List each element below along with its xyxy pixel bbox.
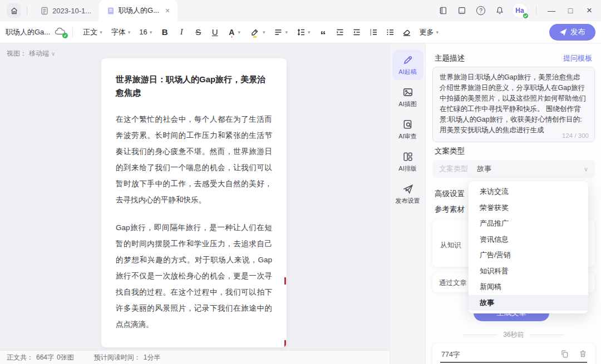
blockquote-button[interactable]: “ bbox=[315, 24, 332, 40]
rail-item-publish-settings[interactable]: 发布设置 bbox=[392, 179, 423, 209]
bold-button[interactable]: B bbox=[156, 24, 173, 40]
indent-decrease-button[interactable] bbox=[348, 24, 365, 40]
dropdown-option[interactable]: 广告/营销 bbox=[469, 247, 588, 263]
document-search-icon bbox=[402, 119, 413, 130]
paragraph[interactable]: 这些照片不仅记录了我们曾经到过的地方，更见证了我们的成长和变化。每一张照片都是一… bbox=[116, 344, 272, 347]
help-button[interactable]: ? bbox=[471, 2, 490, 19]
reference-material-label: 参考素材 bbox=[435, 205, 465, 215]
font-family-select[interactable]: 字体 ▾ bbox=[107, 24, 135, 40]
paper-plane-icon bbox=[559, 28, 567, 36]
copy-type-value: 故事 bbox=[477, 164, 491, 174]
view-mode-select[interactable]: 视图： 移动端 ∨ bbox=[7, 49, 55, 58]
more-label: 更多 bbox=[420, 27, 434, 37]
paragraph[interactable]: Gap旅行，即间隔年旅行，是一种让人们在短暂的时间内摆脱工作和学业压力，去追求自… bbox=[116, 220, 272, 332]
document-icon bbox=[107, 7, 115, 15]
underline-button[interactable]: U bbox=[206, 24, 223, 40]
align-button[interactable]: ▾ bbox=[269, 24, 292, 40]
rail-item-ai-layout[interactable]: AI排版 bbox=[392, 147, 423, 177]
journal-icon bbox=[439, 6, 447, 15]
rail-item-label: 发布设置 bbox=[396, 197, 420, 205]
verified-badge-icon bbox=[522, 12, 529, 19]
view-label: 视图： bbox=[7, 49, 27, 58]
minimize-button[interactable]: — bbox=[542, 2, 561, 19]
rail-item-ai-draft[interactable]: AI起稿 bbox=[392, 50, 423, 80]
tab-document-1[interactable]: 2023-10-1... bbox=[33, 0, 99, 21]
caret-down-icon: ▾ bbox=[238, 29, 240, 35]
dropdown-option[interactable]: 产品推广 bbox=[469, 216, 588, 232]
word-count-label: 正文共： bbox=[7, 353, 33, 362]
publish-button[interactable]: 发布 bbox=[549, 24, 595, 41]
question-template-link[interactable]: 提问模板 bbox=[563, 53, 592, 63]
dropdown-option[interactable]: 新闻稿 bbox=[469, 279, 588, 295]
editor-toolbar: 职场人的Ga... 正文 ▾ 字体 ▾ 16 ▾ B I S U A ▾ ▾ bbox=[0, 21, 601, 43]
caret-down-icon: ▾ bbox=[308, 29, 311, 35]
indent-increase-icon bbox=[336, 28, 344, 37]
font-size-select[interactable]: 16 ▾ bbox=[135, 24, 156, 40]
divider-line bbox=[530, 335, 564, 335]
publish-label: 发布 bbox=[570, 27, 585, 37]
tab-document-2-active[interactable]: 职场人的G... × bbox=[99, 0, 178, 21]
char-counter: 124 / 300 bbox=[562, 132, 589, 139]
line-height-button[interactable]: ▾ bbox=[292, 24, 315, 40]
copy-icon[interactable] bbox=[560, 350, 569, 358]
copy-type-section-label: 文案类型 bbox=[435, 146, 465, 156]
editor-canvas: 视图： 移动端 ∨ 世界旅游日：职场人的Gap旅行，美景治愈焦虑 在这个繁忙的社… bbox=[0, 43, 390, 364]
clear-format-button[interactable] bbox=[398, 24, 415, 40]
trash-icon[interactable] bbox=[579, 350, 587, 358]
rail-item-ai-illustration[interactable]: AI插图 bbox=[392, 82, 423, 112]
paragraph-style-value: 正文 bbox=[83, 27, 97, 37]
maximize-button[interactable]: □ bbox=[561, 2, 580, 19]
line-height-icon bbox=[297, 28, 306, 37]
review-marker bbox=[284, 340, 286, 347]
more-menu-button[interactable]: 更多 ▾ bbox=[415, 24, 444, 40]
layout-icon bbox=[402, 151, 413, 162]
notifications-button[interactable] bbox=[490, 2, 509, 19]
advanced-settings-label[interactable]: 高级设置 bbox=[435, 189, 465, 199]
copy-type-placeholder: 文案类型 bbox=[439, 164, 468, 174]
toolbar-separator bbox=[72, 27, 73, 37]
indent-increase-button[interactable] bbox=[332, 24, 348, 40]
feature-rail: AI起稿 AI插图 AI审查 AI排版 发布设置 bbox=[390, 43, 425, 364]
dropdown-option-selected[interactable]: 故事 bbox=[469, 295, 588, 311]
time-ago: 36秒前 bbox=[503, 330, 524, 340]
sync-check-icon bbox=[62, 33, 68, 38]
device-preview-button[interactable] bbox=[452, 2, 471, 19]
dropdown-option[interactable]: 荣誉获奖 bbox=[469, 200, 588, 216]
document-body[interactable]: 在这个繁忙的社会中，每个人都在为了生活而奔波劳累。长时间的工作压力和紧张的生活节… bbox=[116, 111, 272, 347]
dropdown-option[interactable]: 知识科普 bbox=[469, 263, 588, 280]
ordered-list-button[interactable] bbox=[365, 24, 382, 40]
font-family-value: 字体 bbox=[111, 27, 126, 37]
user-avatar[interactable]: Ha bbox=[513, 3, 527, 18]
bell-icon bbox=[495, 6, 504, 15]
paragraph[interactable]: 在这个繁忙的社会中，每个人都在为了生活而奔波劳累。长时间的工作压力和紧张的生活节… bbox=[116, 111, 272, 208]
topic-textarea[interactable]: 世界旅游日:职场人的Gap旅行，美景治愈焦虑 介绍世界旅游日的意义，分享职场人在… bbox=[432, 67, 595, 142]
rail-item-ai-review[interactable]: AI审查 bbox=[392, 114, 423, 144]
home-button[interactable] bbox=[7, 3, 21, 18]
tab-close-icon[interactable]: × bbox=[165, 6, 170, 15]
copy-type-select[interactable]: 文案类型 故事 ∨ bbox=[432, 160, 595, 178]
italic-button[interactable]: I bbox=[173, 24, 190, 40]
topic-section-title: 主题描述 bbox=[435, 53, 465, 63]
dropdown-option[interactable]: 资讯信息 bbox=[469, 232, 588, 248]
result-word-count: 774字 bbox=[441, 350, 460, 360]
topbar-divider bbox=[536, 6, 536, 15]
ordered-list-icon bbox=[369, 28, 378, 37]
bullet-list-button[interactable] bbox=[382, 24, 398, 40]
highlight-button[interactable]: ▾ bbox=[245, 24, 270, 40]
strikethrough-button[interactable]: S bbox=[190, 24, 206, 40]
document-page[interactable]: 世界旅游日：职场人的Gap旅行，美景治愈焦虑 在这个繁忙的社会中，每个人都在为了… bbox=[101, 58, 287, 347]
topbar-right-icons: ? Ha — □ × bbox=[433, 2, 601, 19]
generated-result-card[interactable]: 774字 bbox=[432, 343, 595, 364]
caret-down-icon: ▾ bbox=[128, 29, 131, 35]
topic-text: 世界旅游日:职场人的Gap旅行，美景治愈焦虑 介绍世界旅游日的意义，分享职场人在… bbox=[440, 72, 588, 136]
close-window-button[interactable]: × bbox=[580, 2, 599, 19]
journal-button[interactable] bbox=[433, 2, 452, 19]
document-title[interactable]: 世界旅游日：职场人的Gap旅行，美景治愈焦虑 bbox=[116, 73, 272, 99]
caret-down-icon: ▾ bbox=[285, 29, 288, 35]
font-color-button[interactable]: A ▾ bbox=[223, 24, 245, 40]
paragraph-style-select[interactable]: 正文 ▾ bbox=[78, 24, 107, 40]
indent-decrease-icon bbox=[352, 28, 361, 37]
generated-time-row: 36秒前 bbox=[426, 330, 601, 340]
dropdown-option[interactable]: 来访交流 bbox=[469, 184, 588, 200]
font-color-a: A bbox=[228, 24, 235, 40]
